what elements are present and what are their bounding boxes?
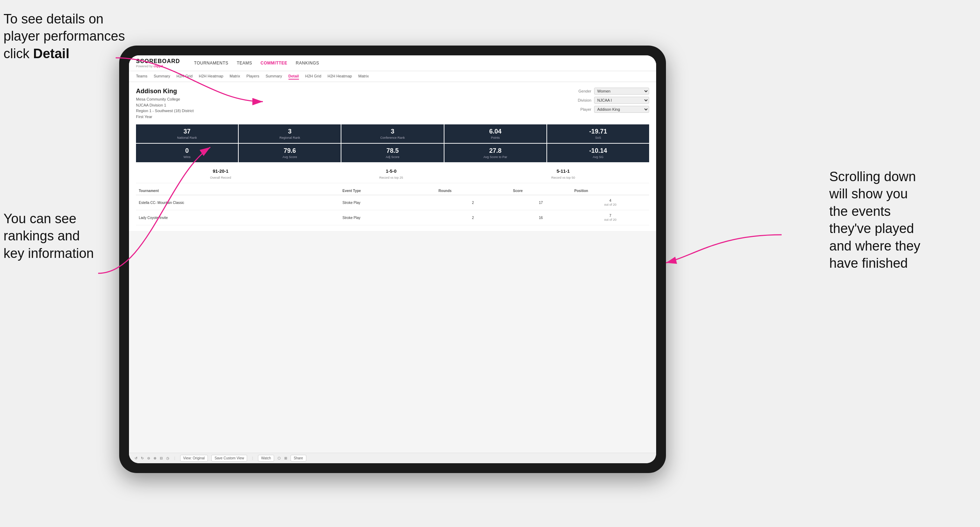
tournament-table: Tournament Event Type Rounds Score Posit… <box>136 187 649 225</box>
rounds-2: 2 <box>436 210 510 225</box>
stat-avg-score: 79.6 Avg Score <box>239 144 341 162</box>
avg-sg-label: Avg SG <box>549 155 647 159</box>
event-type-1: Stroke Play <box>340 195 436 210</box>
position-2: 7out of 20 <box>572 210 649 225</box>
gender-select[interactable]: Women <box>594 87 649 95</box>
logo: SCOREBOARD Powered by clippd <box>136 58 180 68</box>
resize-icon[interactable]: ⊟ <box>160 456 162 460</box>
content-inner: Addison King Mesa Community College NJCA… <box>129 82 656 231</box>
nav-bar: SCOREBOARD Powered by clippd TOURNAMENTS… <box>129 56 656 71</box>
avg-score-label: Avg Score <box>241 155 339 159</box>
table-row[interactable]: Lady Coyote Invite Stroke Play 2 16 7out… <box>136 210 649 225</box>
subnav-h2h-heatmap2[interactable]: H2H Heatmap <box>328 73 352 79</box>
subnav-summary2[interactable]: Summary <box>266 73 282 79</box>
logo-title: SCOREBOARD <box>136 58 180 65</box>
th-tournament: Tournament <box>136 187 340 195</box>
top50-record-label: Record vs top 50 <box>551 176 575 179</box>
subnav-detail[interactable]: Detail <box>288 73 299 79</box>
rounds-1: 2 <box>436 195 510 210</box>
player-region: Region 1 - Southwest (18) District <box>136 108 194 114</box>
zoom-out-icon[interactable]: ⊖ <box>147 456 150 460</box>
save-custom-view-button[interactable]: Save Custom View <box>212 455 247 462</box>
division-select[interactable]: NJCAA I <box>594 97 649 104</box>
clock-icon[interactable]: ◷ <box>166 456 169 460</box>
sub-nav: Teams Summary H2H Grid H2H Heatmap Matri… <box>129 71 656 82</box>
division-label: Division <box>572 98 591 102</box>
table-row[interactable]: Estella CC- Mountain Classic Stroke Play… <box>136 195 649 210</box>
separator2: | <box>252 456 253 460</box>
subnav-h2h-grid2[interactable]: H2H Grid <box>305 73 321 79</box>
tournament-name-1: Estella CC- Mountain Classic <box>136 195 340 210</box>
points-label: Points <box>447 136 544 140</box>
regional-rank-label: Regional Rank <box>241 136 339 140</box>
subnav-h2h-grid[interactable]: H2H Grid <box>176 73 192 79</box>
avg-score-par-label: Avg Score to Par <box>447 155 544 159</box>
player-year: First Year <box>136 114 194 120</box>
conference-rank-value: 3 <box>344 128 441 135</box>
undo-icon[interactable]: ↺ <box>135 456 137 460</box>
bottom-toolbar: ↺ ↻ ⊖ ⊕ ⊟ ◷ | View: Original Save Custom… <box>129 453 656 463</box>
player-select[interactable]: Addison King <box>594 106 649 113</box>
national-rank-value: 37 <box>138 128 236 135</box>
stats-grid-row2: 0 Wins 79.6 Avg Score 78.5 Adj Score 27.… <box>136 144 649 162</box>
position-1: 4out of 20 <box>572 195 649 210</box>
share-button[interactable]: Share <box>291 455 306 462</box>
stat-sos: -19.71 SoS <box>547 124 649 143</box>
avg-score-value: 79.6 <box>241 147 339 154</box>
top50-record-value: 5-11-1 <box>551 168 575 174</box>
zoom-in-icon[interactable]: ⊕ <box>154 456 156 460</box>
record-overall: 91-20-1 Overall Record <box>210 168 231 180</box>
player-header: Addison King Mesa Community College NJCA… <box>136 87 649 119</box>
annotation-bottom-left: You can see rankings and key information <box>3 210 94 262</box>
sos-value: -19.71 <box>549 128 647 135</box>
overall-record-value: 91-20-1 <box>210 168 231 174</box>
subnav-summary[interactable]: Summary <box>154 73 170 79</box>
conference-rank-label: Conference Rank <box>344 136 441 140</box>
overall-record-label: Overall Record <box>210 176 231 179</box>
stat-wins: 0 Wins <box>136 144 238 162</box>
th-rounds: Rounds <box>436 187 510 195</box>
player-name: Addison King <box>136 87 194 95</box>
wins-label: Wins <box>138 155 236 159</box>
nav-committee[interactable]: COMMITTEE <box>261 60 287 65</box>
points-value: 6.04 <box>447 128 544 135</box>
record-top25: 1-5-0 Record vs top 25 <box>379 168 403 180</box>
table-header-row: Tournament Event Type Rounds Score Posit… <box>136 187 649 195</box>
stat-adj-score: 78.5 Adj Score <box>341 144 443 162</box>
stat-regional-rank: 3 Regional Rank <box>239 124 341 143</box>
subnav-h2h-heatmap[interactable]: H2H Heatmap <box>199 73 223 79</box>
stats-grid-row1: 37 National Rank 3 Regional Rank 3 Confe… <box>136 124 649 143</box>
subnav-players[interactable]: Players <box>247 73 259 79</box>
player-filters: Gender Women Division NJCAA I <box>572 87 649 113</box>
nav-tournaments[interactable]: TOURNAMENTS <box>194 60 229 65</box>
top25-record-value: 1-5-0 <box>379 168 403 174</box>
tablet-device: SCOREBOARD Powered by clippd TOURNAMENTS… <box>119 46 666 473</box>
nav-rankings[interactable]: RANKINGS <box>296 60 319 65</box>
redo-icon[interactable]: ↻ <box>141 456 144 460</box>
nav-teams[interactable]: TEAMS <box>237 60 252 65</box>
score-1: 17 <box>510 195 572 210</box>
tournament-name-2: Lady Coyote Invite <box>136 210 340 225</box>
view-original-button[interactable]: View: Original <box>180 455 208 462</box>
stat-avg-sg: -10.14 Avg SG <box>547 144 649 162</box>
adj-score-label: Adj Score <box>344 155 441 159</box>
stat-avg-score-par: 27.8 Avg Score to Par <box>444 144 546 162</box>
subnav-matrix2[interactable]: Matrix <box>358 73 369 79</box>
stat-national-rank: 37 National Rank <box>136 124 238 143</box>
wins-value: 0 <box>138 147 236 154</box>
separator: | <box>174 456 175 460</box>
filter-player: Player Addison King <box>572 106 649 113</box>
grid-icon[interactable]: ⊞ <box>284 456 287 460</box>
adj-score-value: 78.5 <box>344 147 441 154</box>
gender-label: Gender <box>572 89 591 93</box>
record-top50: 5-11-1 Record vs top 50 <box>551 168 575 180</box>
subnav-teams[interactable]: Teams <box>136 73 147 79</box>
watch-button[interactable]: Watch <box>258 455 274 462</box>
player-division: NJCAA Division 1 <box>136 102 194 108</box>
main-content[interactable]: Addison King Mesa Community College NJCA… <box>129 82 656 453</box>
subnav-matrix[interactable]: Matrix <box>229 73 240 79</box>
sos-label: SoS <box>549 136 647 140</box>
cast-icon[interactable]: ⬡ <box>278 456 281 460</box>
avg-sg-value: -10.14 <box>549 147 647 154</box>
stat-conference-rank: 3 Conference Rank <box>341 124 443 143</box>
